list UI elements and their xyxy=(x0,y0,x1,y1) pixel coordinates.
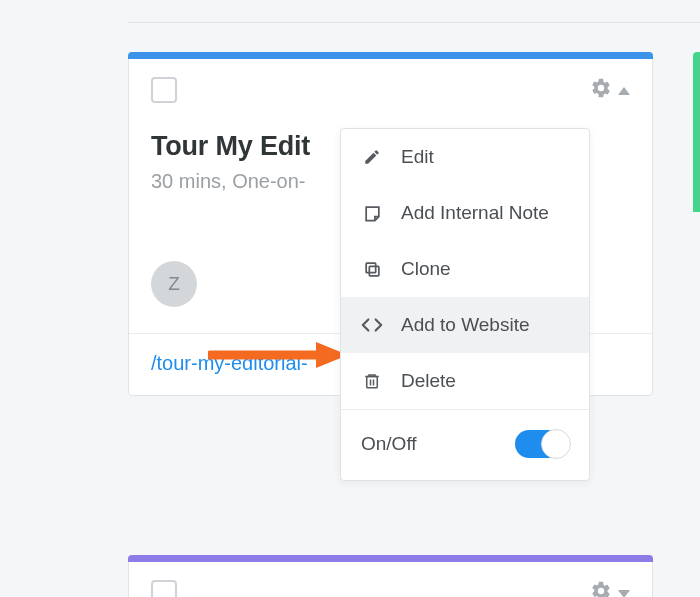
caret-up-icon xyxy=(618,81,630,99)
card-settings-button[interactable] xyxy=(590,77,630,103)
card-header xyxy=(129,562,652,597)
select-card-checkbox[interactable] xyxy=(151,580,177,597)
clone-icon xyxy=(361,258,383,280)
pencil-icon xyxy=(361,146,383,168)
menu-item-label: Add Internal Note xyxy=(401,202,549,224)
settings-dropdown: Edit Add Internal Note Clone Add to Webs… xyxy=(340,128,590,481)
menu-item-clone[interactable]: Clone xyxy=(341,241,589,297)
menu-item-add-to-website[interactable]: Add to Website xyxy=(341,297,589,353)
event-card-next xyxy=(128,555,653,597)
trash-icon xyxy=(361,370,383,392)
menu-item-label: Delete xyxy=(401,370,456,392)
card-accent-bar xyxy=(128,52,653,59)
menu-item-edit[interactable]: Edit xyxy=(341,129,589,185)
gear-icon xyxy=(590,77,612,103)
note-icon xyxy=(361,202,383,224)
card-accent-bar xyxy=(128,555,653,562)
menu-item-label: Clone xyxy=(401,258,451,280)
onoff-toggle[interactable] xyxy=(515,430,569,458)
top-divider xyxy=(128,22,700,23)
toggle-knob xyxy=(541,429,571,459)
menu-item-label: Add to Website xyxy=(401,314,530,336)
menu-item-label: Edit xyxy=(401,146,434,168)
toggle-label: On/Off xyxy=(361,433,417,455)
owner-avatar: Z xyxy=(151,261,197,307)
select-card-checkbox[interactable] xyxy=(151,77,177,103)
card-header xyxy=(129,59,652,103)
svg-rect-2 xyxy=(369,266,379,276)
adjacent-card-accent xyxy=(693,52,700,212)
menu-item-delete[interactable]: Delete xyxy=(341,353,589,409)
menu-item-add-note[interactable]: Add Internal Note xyxy=(341,185,589,241)
toggle-row: On/Off xyxy=(341,410,589,480)
svg-rect-4 xyxy=(367,377,378,388)
caret-down-icon xyxy=(618,584,630,597)
svg-rect-3 xyxy=(366,263,376,273)
code-icon xyxy=(361,314,383,336)
card-settings-button[interactable] xyxy=(590,580,630,597)
gear-icon xyxy=(590,580,612,597)
event-link[interactable]: /tour-my-editorial- xyxy=(151,352,308,374)
